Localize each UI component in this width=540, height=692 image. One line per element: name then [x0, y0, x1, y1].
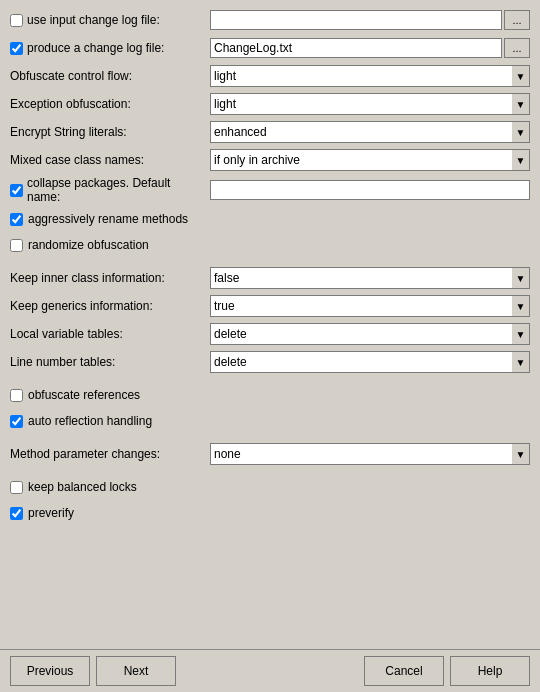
use-input-change-log-browse-btn[interactable]: ...: [504, 10, 530, 30]
produce-change-log-input-col: ...: [210, 38, 530, 58]
method-parameter-changes-select-wrapper: none insert remove ▼: [210, 443, 530, 465]
produce-change-log-label: produce a change log file:: [10, 41, 210, 55]
obfuscate-control-flow-input-col: light strong none ▼: [210, 65, 530, 87]
exception-obfuscation-select-wrapper: light strong none ▼: [210, 93, 530, 115]
obfuscate-references-checkbox[interactable]: [10, 389, 23, 402]
local-variable-tables-select-wrapper: delete keep strip ▼: [210, 323, 530, 345]
local-variable-tables-select[interactable]: delete keep strip: [210, 323, 530, 345]
randomize-obfuscation-label: randomize obfuscation: [28, 238, 149, 252]
line-number-tables-input-col: delete keep strip ▼: [210, 351, 530, 373]
keep-generics-select[interactable]: true false: [210, 295, 530, 317]
auto-reflection-label: auto reflection handling: [28, 414, 152, 428]
preverify-checkbox[interactable]: [10, 507, 23, 520]
obfuscate-references-label: obfuscate references: [28, 388, 140, 402]
obfuscate-references-row: obfuscate references: [10, 384, 530, 406]
collapse-packages-label: collapse packages. Default name:: [10, 176, 210, 204]
use-input-change-log-checkbox[interactable]: [10, 14, 23, 27]
encrypt-string-literals-select-wrapper: enhanced none light ▼: [210, 121, 530, 143]
exception-obfuscation-input-col: light strong none ▼: [210, 93, 530, 115]
keep-generics-select-wrapper: true false ▼: [210, 295, 530, 317]
keep-inner-class-label: Keep inner class information:: [10, 271, 210, 285]
line-number-tables-select[interactable]: delete keep strip: [210, 351, 530, 373]
produce-change-log-checkbox[interactable]: [10, 42, 23, 55]
keep-inner-class-select-wrapper: false true ▼: [210, 267, 530, 289]
exception-obfuscation-label: Exception obfuscation:: [10, 97, 210, 111]
preverify-row: preverify: [10, 502, 530, 524]
use-input-change-log-input-col: ...: [210, 10, 530, 30]
use-input-change-log-label: use input change log file:: [10, 13, 210, 27]
encrypt-string-literals-select[interactable]: enhanced none light: [210, 121, 530, 143]
obfuscate-control-flow-select[interactable]: light strong none: [210, 65, 530, 87]
mixed-case-class-names-select-wrapper: if only in archive always never ▼: [210, 149, 530, 171]
exception-obfuscation-select[interactable]: light strong none: [210, 93, 530, 115]
collapse-packages-checkbox[interactable]: [10, 184, 23, 197]
keep-balanced-locks-label: keep balanced locks: [28, 480, 137, 494]
aggressively-rename-label: aggressively rename methods: [28, 212, 188, 226]
obfuscate-control-flow-select-wrapper: light strong none ▼: [210, 65, 530, 87]
cancel-button[interactable]: Cancel: [364, 656, 444, 686]
next-button[interactable]: Next: [96, 656, 176, 686]
previous-button[interactable]: Previous: [10, 656, 90, 686]
keep-balanced-locks-checkbox[interactable]: [10, 481, 23, 494]
produce-change-log-browse-btn[interactable]: ...: [504, 38, 530, 58]
method-parameter-changes-input-col: none insert remove ▼: [210, 443, 530, 465]
produce-change-log-input[interactable]: [210, 38, 502, 58]
aggressively-rename-row: aggressively rename methods: [10, 208, 530, 230]
keep-balanced-locks-row: keep balanced locks: [10, 476, 530, 498]
local-variable-tables-input-col: delete keep strip ▼: [210, 323, 530, 345]
mixed-case-class-names-select[interactable]: if only in archive always never: [210, 149, 530, 171]
line-number-tables-label: Line number tables:: [10, 355, 210, 369]
produce-change-log-text: produce a change log file:: [27, 41, 164, 55]
aggressively-rename-checkbox[interactable]: [10, 213, 23, 226]
collapse-packages-text: collapse packages. Default name:: [27, 176, 204, 204]
keep-generics-input-col: true false ▼: [210, 295, 530, 317]
use-input-change-log-input[interactable]: [210, 10, 502, 30]
auto-reflection-row: auto reflection handling: [10, 410, 530, 432]
keep-inner-class-input-col: false true ▼: [210, 267, 530, 289]
keep-inner-class-select[interactable]: false true: [210, 267, 530, 289]
bottom-bar: Previous Next Cancel Help: [0, 649, 540, 692]
help-button[interactable]: Help: [450, 656, 530, 686]
encrypt-string-literals-input-col: enhanced none light ▼: [210, 121, 530, 143]
randomize-obfuscation-checkbox[interactable]: [10, 239, 23, 252]
use-input-change-log-text: use input change log file:: [27, 13, 160, 27]
mixed-case-class-names-input-col: if only in archive always never ▼: [210, 149, 530, 171]
method-parameter-changes-label: Method parameter changes:: [10, 447, 210, 461]
auto-reflection-checkbox[interactable]: [10, 415, 23, 428]
collapse-packages-input-col: [210, 180, 530, 200]
keep-generics-label: Keep generics information:: [10, 299, 210, 313]
line-number-tables-select-wrapper: delete keep strip ▼: [210, 351, 530, 373]
encrypt-string-literals-label: Encrypt String literals:: [10, 125, 210, 139]
collapse-packages-input[interactable]: [210, 180, 530, 200]
randomize-obfuscation-row: randomize obfuscation: [10, 234, 530, 256]
method-parameter-changes-select[interactable]: none insert remove: [210, 443, 530, 465]
obfuscate-control-flow-label: Obfuscate control flow:: [10, 69, 210, 83]
local-variable-tables-label: Local variable tables:: [10, 327, 210, 341]
mixed-case-class-names-label: Mixed case class names:: [10, 153, 210, 167]
preverify-label: preverify: [28, 506, 74, 520]
